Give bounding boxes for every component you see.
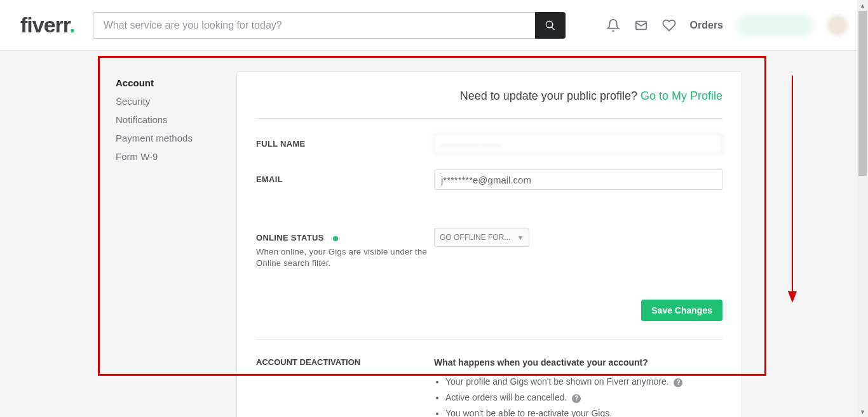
deactivation-item: Your profile and Gigs won't be shown on … <box>445 376 722 387</box>
full-name-field-wrap <box>434 134 722 154</box>
search-icon <box>545 20 556 31</box>
topbar: fiverr. Orders <box>0 0 868 51</box>
full-name-input[interactable] <box>434 134 722 154</box>
full-name-label: FULL NAME <box>256 134 434 149</box>
online-status-label-wrap: ONLINE STATUS When online, your Gigs are… <box>256 228 434 269</box>
online-status-help: When online, your Gigs are visible under… <box>256 246 434 269</box>
deact-item-text: You won't be able to re-activate your Gi… <box>445 408 612 417</box>
bell-icon <box>606 18 620 32</box>
help-icon[interactable]: ? <box>674 378 682 387</box>
deactivation-label: ACCOUNT DEACTIVATION <box>256 357 434 417</box>
logo-text: fiverr <box>20 13 69 37</box>
go-to-profile-link[interactable]: Go to My Profile <box>641 89 722 102</box>
help-icon[interactable]: ? <box>572 394 581 403</box>
logo[interactable]: fiverr. <box>20 13 75 37</box>
email-input[interactable] <box>434 169 722 190</box>
deact-item-text: Active orders will be cancelled. <box>445 392 567 402</box>
page: Account Security Notifications Payment m… <box>0 51 868 417</box>
online-status-select-value: GO OFFLINE FOR... <box>440 233 510 242</box>
search-input[interactable] <box>93 12 535 39</box>
sidebar-item-notifications[interactable]: Notifications <box>116 110 236 129</box>
search-wrap <box>93 12 566 39</box>
scrollbar-down-icon[interactable]: ▼ <box>857 406 868 417</box>
save-row: Save Changes <box>256 300 722 340</box>
email-field-wrap <box>434 169 722 190</box>
email-label: EMAIL <box>256 169 434 184</box>
orders-link[interactable]: Orders <box>690 20 723 31</box>
avatar[interactable] <box>827 15 848 36</box>
favorites-button[interactable] <box>662 18 676 32</box>
deact-item-text: Your profile and Gigs won't be shown on … <box>445 376 669 387</box>
search-button[interactable] <box>535 12 566 39</box>
sidebar-item-payment-methods[interactable]: Payment methods <box>116 129 236 147</box>
deactivation-item: Active orders will be cancelled. ? <box>445 392 722 403</box>
main-card: Need to update your public profile? Go t… <box>236 71 742 417</box>
sidebar-item-security[interactable]: Security <box>116 92 236 110</box>
logo-dot: . <box>69 13 74 37</box>
deactivation-content: What happens when you deactivate your ac… <box>434 357 722 417</box>
messages-button[interactable] <box>634 18 648 32</box>
envelope-icon <box>634 18 648 32</box>
row-full-name: FULL NAME <box>256 134 722 154</box>
online-status-select[interactable]: GO OFFLINE FOR... ▼ <box>434 228 529 247</box>
switch-mode-pill[interactable] <box>737 14 813 37</box>
save-changes-button[interactable]: Save Changes <box>641 300 722 321</box>
scrollbar[interactable]: ▲ ▼ <box>857 0 868 417</box>
scrollbar-up-icon[interactable]: ▲ <box>857 0 868 11</box>
chevron-down-icon: ▼ <box>517 234 524 241</box>
scrollbar-thumb[interactable] <box>858 11 867 176</box>
profile-prompt: Need to update your public profile? Go t… <box>256 89 722 119</box>
online-status-field-wrap: GO OFFLINE FOR... ▼ <box>434 228 722 247</box>
online-dot-icon <box>333 236 338 241</box>
heart-icon <box>662 18 676 32</box>
sidebar: Account Security Notifications Payment m… <box>0 56 236 417</box>
row-online-status: ONLINE STATUS When online, your Gigs are… <box>256 228 722 269</box>
deactivation-section: ACCOUNT DEACTIVATION What happens when y… <box>256 357 722 417</box>
deactivation-item: You won't be able to re-activate your Gi… <box>445 408 722 417</box>
deactivation-list: Your profile and Gigs won't be shown on … <box>434 376 722 417</box>
row-email: EMAIL <box>256 169 722 190</box>
sidebar-item-form-w9[interactable]: Form W-9 <box>116 147 236 166</box>
notifications-button[interactable] <box>606 18 620 32</box>
deactivation-question: What happens when you deactivate your ac… <box>434 357 722 367</box>
top-right: Orders <box>606 14 848 37</box>
profile-prompt-text: Need to update your public profile? <box>460 89 641 102</box>
sidebar-item-account[interactable]: Account <box>116 74 236 92</box>
online-status-label: ONLINE STATUS <box>256 233 324 242</box>
